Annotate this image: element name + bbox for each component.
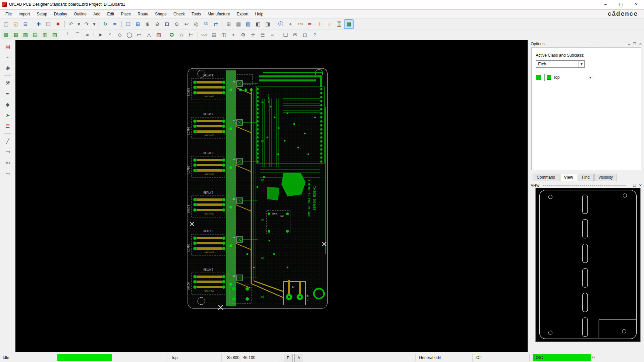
label-id-icon[interactable]: ID <box>3 53 12 62</box>
add-connect-icon[interactable]: └ <box>63 30 72 40</box>
pdf-export-icon[interactable]: ▤ <box>209 30 219 40</box>
redo-icon[interactable]: ↷ <box>82 19 91 29</box>
tab-command[interactable]: Command <box>533 174 559 181</box>
film-1-icon[interactable]: ▩ <box>1 30 11 40</box>
delete-icon[interactable]: ✖ <box>53 19 63 29</box>
open-file-icon[interactable]: ◱ <box>11 19 20 29</box>
pin-icon[interactable]: ✒ <box>110 19 120 29</box>
menu-add[interactable]: Add <box>90 10 104 18</box>
flip-design-icon[interactable]: ⇄ <box>211 19 220 29</box>
film-2-icon[interactable]: ▦ <box>11 30 20 40</box>
menu-help[interactable]: Help <box>252 10 267 18</box>
shape-circle-icon[interactable]: ◯ <box>125 30 134 40</box>
fix-icon[interactable]: ✪ <box>167 30 176 40</box>
menu-manufacture[interactable]: Manufacture <box>204 10 233 18</box>
layer-visibility-icon[interactable]: ◉ <box>3 63 12 73</box>
drill-legend-icon[interactable]: ⌖ <box>229 30 238 40</box>
new-file-icon[interactable]: ▢ <box>1 19 11 29</box>
rats-all-icon[interactable]: ☼ <box>325 19 334 29</box>
report-icon[interactable]: ☰ <box>258 30 267 40</box>
subclass-color-box[interactable] <box>536 75 541 80</box>
route-icon[interactable]: ➤ <box>3 111 12 120</box>
shape-rect-icon[interactable]: ▭ <box>135 30 144 40</box>
help-icon[interactable]: ? <box>310 30 319 40</box>
color-layers-icon[interactable]: ▨ <box>244 19 253 29</box>
move-icon[interactable]: ✚ <box>34 19 43 29</box>
zoom-in-icon[interactable]: ⊕ <box>143 19 152 29</box>
drc-update-icon[interactable]: ▩ <box>344 19 354 29</box>
menu-check[interactable]: Check <box>170 10 188 18</box>
menu-edit[interactable]: Edit <box>104 10 118 18</box>
odb-export-icon[interactable]: ODB <box>200 30 209 40</box>
drafting-icon[interactable]: ◆ <box>3 100 12 109</box>
subclass-dropdown[interactable]: Top ▾ <box>544 74 593 81</box>
shine-mode-icon[interactable]: ☀ <box>315 19 324 29</box>
cross-section-icon[interactable]: ≡ <box>268 30 277 40</box>
constraints-icon[interactable]: ☰ <box>3 121 12 131</box>
application-mode-button[interactable]: A <box>294 354 303 362</box>
window-new-icon[interactable]: ❏ <box>281 30 290 40</box>
add-rect-icon[interactable]: ▭ <box>3 147 12 157</box>
options-close-button[interactable]: ✕ <box>639 42 642 46</box>
manufacture-tools-icon[interactable]: ⚒ <box>3 78 12 88</box>
view-close-button[interactable]: ✕ <box>639 183 642 188</box>
text-edit-icon[interactable]: aby <box>3 169 12 178</box>
unfix-icon[interactable]: ✩ <box>177 30 186 40</box>
color-edit-icon[interactable]: ✏ <box>305 19 315 29</box>
grid-toggle-icon[interactable]: ⊞ <box>224 19 233 29</box>
show-measure-icon[interactable]: ⌖ <box>286 19 295 29</box>
view-float-button[interactable]: ❐ <box>633 183 636 188</box>
options-float-button[interactable]: ❐ <box>633 42 636 46</box>
options-minimize-button[interactable]: – <box>628 42 630 46</box>
view-preview[interactable] <box>535 188 641 342</box>
film-5-icon[interactable]: ▥ <box>40 30 50 40</box>
film-6-icon[interactable]: ▨ <box>50 30 59 40</box>
menu-export[interactable]: Export <box>233 10 252 18</box>
menu-setup[interactable]: Setup <box>33 10 50 18</box>
shape-poly-icon[interactable]: △ <box>144 30 154 40</box>
menu-shape[interactable]: Shape <box>152 10 170 18</box>
zoom-points-icon[interactable]: ⊙ <box>172 19 181 29</box>
pick-mode-button[interactable]: P <box>284 354 292 362</box>
artwork-icon[interactable]: ◫ <box>219 30 228 40</box>
view-minimize-button[interactable]: – <box>628 183 630 188</box>
shadow-mode-icon[interactable]: ◧ <box>253 19 263 29</box>
tab-find[interactable]: Find <box>578 174 594 181</box>
measure-icon[interactable]: ⊢ <box>186 30 196 40</box>
highlight-mode-icon[interactable]: ◨ <box>263 19 272 29</box>
fillet-icon[interactable]: ◜ <box>105 30 115 40</box>
film-3-icon[interactable]: ▧ <box>21 30 30 40</box>
test-prep-icon[interactable]: ✛ <box>248 30 258 40</box>
view-3d-icon[interactable]: 3D <box>201 19 211 29</box>
vertex-icon[interactable]: ◇ <box>115 30 124 40</box>
stackup-icon[interactable]: ▤ <box>3 42 12 51</box>
show-element-icon[interactable]: ⓘ <box>276 19 285 29</box>
class-dropdown[interactable]: Etch ▾ <box>536 60 585 68</box>
design-canvas[interactable]: RELAY1LOAD1N4970069K1D1RELAY2LOAD2N49700… <box>15 40 528 352</box>
spread-icon[interactable]: ≈ <box>83 30 92 40</box>
menu-display[interactable]: Display <box>51 10 70 18</box>
add-line-icon[interactable]: ╱ <box>3 136 12 146</box>
shape-void-icon[interactable]: ▨ <box>154 30 163 40</box>
zoom-out-icon[interactable]: ⊖ <box>153 19 162 29</box>
undo-icon[interactable]: ↶ <box>66 19 76 29</box>
zoom-world-icon[interactable]: ◎ <box>192 19 201 29</box>
menu-place[interactable]: Place <box>117 10 134 18</box>
film-4-icon[interactable]: ▤ <box>31 30 40 40</box>
menu-import[interactable]: Import <box>15 10 33 18</box>
redraw-icon[interactable]: ↻ <box>101 19 110 29</box>
nc-drill-icon[interactable]: ⚙ <box>238 30 248 40</box>
dimension-icon[interactable]: ✒ <box>3 89 12 99</box>
select-icon[interactable]: ➤ <box>96 30 105 40</box>
snapshot-icon[interactable]: ◻ <box>300 30 310 40</box>
copy-icon[interactable]: ❐ <box>44 19 53 29</box>
menu-tools[interactable]: Tools <box>188 10 204 18</box>
add-text-icon[interactable]: abc <box>3 158 12 167</box>
grid-snap-icon[interactable]: ▦ <box>234 19 243 29</box>
menu-outline[interactable]: Outline <box>70 10 90 18</box>
send-mail-icon[interactable]: ✉ <box>290 30 300 40</box>
zoom-fit-icon[interactable]: ⊡ <box>162 19 172 29</box>
slide-icon[interactable]: ⌒ <box>73 30 82 40</box>
menu-route[interactable]: Route <box>134 10 152 18</box>
undo-menu-icon[interactable]: ▾ <box>76 19 82 29</box>
